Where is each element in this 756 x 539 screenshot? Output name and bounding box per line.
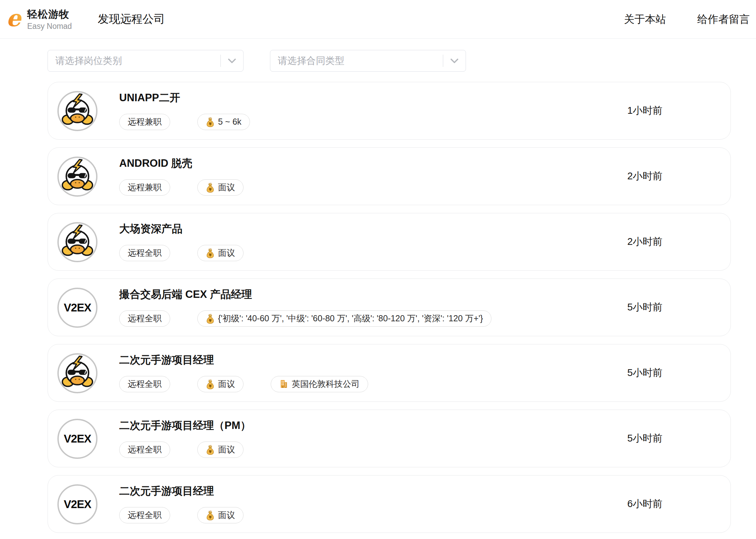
tag-salary: ¥ 面议 — [197, 179, 244, 196]
money-bag-icon: ¥ — [206, 313, 215, 324]
tag-contract: 远程全职 — [119, 310, 170, 327]
job-card[interactable]: ANDROID 脱壳 远程兼职 ¥ 面议 2小时前 — [48, 147, 731, 205]
nav-link-message-author[interactable]: 给作者留言 — [697, 12, 750, 26]
money-bag-icon: ¥ — [206, 248, 215, 258]
job-time: 2小时前 — [627, 235, 662, 249]
job-card[interactable]: UNIAPP二开 远程兼职 ¥ 5 ~ 6k 1小时前 — [48, 82, 731, 140]
header-nav: 关于本站 给作者留言 — [624, 12, 750, 26]
job-card-body: 二次元手游项目经理 远程全职 ¥ 面议 — [119, 475, 244, 533]
company-avatar — [57, 353, 97, 393]
duck-avatar — [58, 223, 96, 261]
job-card[interactable]: 大场资深产品 远程全职 ¥ 面议 2小时前 — [48, 213, 731, 271]
company-avatar: V2EX — [57, 419, 97, 459]
job-card[interactable]: V2EX 二次元手游项目经理 远程全职 ¥ 面议 6小时前 — [48, 475, 731, 533]
tag-label: 远程全职 — [128, 247, 162, 258]
tag-label: 面议 — [218, 444, 235, 455]
contract-type-placeholder: 请选择合同类型 — [278, 54, 443, 67]
job-category-select[interactable]: 请选择岗位类别 — [48, 50, 244, 72]
job-tags: 远程兼职 ¥ 面议 — [119, 179, 244, 196]
svg-text:¥: ¥ — [209, 515, 212, 519]
chevron-down-icon — [221, 58, 243, 64]
v2ex-avatar: V2EX — [64, 301, 91, 314]
brand-name-en: Easy Nomad — [27, 22, 72, 31]
tag-label: 远程兼职 — [128, 182, 162, 193]
tag-contract: 远程兼职 — [119, 114, 170, 130]
job-card[interactable]: V2EX 撮合交易后端 CEX 产品经理 远程全职 ¥ {'初级': '40-6… — [48, 279, 731, 336]
company-avatar: V2EX — [57, 288, 97, 328]
tag-contract: 远程兼职 — [119, 179, 170, 196]
money-bag-icon: ¥ — [206, 117, 215, 127]
tag-label: 英国伦敦科技公司 — [292, 378, 360, 390]
company-avatar — [57, 91, 97, 131]
job-tags: 远程全职 ¥ 面议 — [119, 245, 244, 261]
money-bag-icon: ¥ — [206, 510, 215, 520]
svg-text:e: e — [6, 8, 22, 31]
v2ex-avatar: V2EX — [64, 432, 91, 445]
job-tags: 远程全职 ¥ 面议 英国伦敦科技公司 — [119, 376, 368, 392]
tag-label: 面议 — [218, 509, 235, 521]
svg-text:¥: ¥ — [209, 449, 212, 454]
job-card[interactable]: 二次元手游项目经理 远程全职 ¥ 面议 英国伦敦科技公司 5小时前 — [48, 344, 731, 402]
job-title: 撮合交易后端 CEX 产品经理 — [119, 288, 491, 301]
svg-text:¥: ¥ — [209, 252, 212, 257]
svg-text:¥: ¥ — [209, 318, 212, 323]
tag-contract: 远程全职 — [119, 245, 170, 261]
job-card-body: 二次元手游项目经理（PM） 远程全职 ¥ 面议 — [119, 410, 251, 467]
job-time: 6小时前 — [627, 497, 662, 511]
v2ex-avatar: V2EX — [64, 498, 91, 511]
page-title: 发现远程公司 — [98, 12, 165, 27]
money-bag-icon: ¥ — [206, 182, 215, 193]
tag-contract: 远程全职 — [119, 376, 170, 392]
tag-salary: ¥ {'初级': '40-60 万', '中级': '60-80 万', '高级… — [197, 310, 491, 327]
job-card-body: 二次元手游项目经理 远程全职 ¥ 面议 英国伦敦科技公司 — [119, 344, 368, 401]
duck-avatar — [58, 158, 96, 196]
tag-label: 远程全职 — [128, 313, 162, 324]
job-title: ANDROID 脱壳 — [119, 157, 244, 169]
brand[interactable]: 轻松游牧 Easy Nomad — [27, 7, 72, 31]
job-title: 二次元手游项目经理（PM） — [119, 419, 251, 432]
job-card-body: 撮合交易后端 CEX 产品经理 远程全职 ¥ {'初级': '40-60 万',… — [119, 279, 491, 336]
chevron-down-icon — [443, 58, 466, 64]
job-time: 5小时前 — [627, 366, 662, 380]
job-tags: 远程全职 ¥ 面议 — [119, 442, 251, 458]
job-card[interactable]: V2EX 二次元手游项目经理（PM） 远程全职 ¥ 面议 5小时前 — [48, 410, 731, 467]
nav-link-about[interactable]: 关于本站 — [624, 12, 666, 26]
tag-label: {'初级': '40-60 万', '中级': '60-80 万', '高级':… — [218, 313, 483, 324]
tag-contract: 远程全职 — [119, 507, 170, 523]
company-avatar — [57, 157, 97, 197]
tag-company: 英国伦敦科技公司 — [271, 376, 368, 392]
brand-logo-icon[interactable]: e — [4, 7, 23, 31]
company-avatar: V2EX — [57, 484, 97, 524]
duck-avatar — [58, 92, 96, 130]
tag-salary: ¥ 面议 — [197, 376, 244, 392]
tag-label: 远程兼职 — [128, 116, 162, 127]
tag-contract: 远程全职 — [119, 442, 170, 458]
brand-name-cn: 轻松游牧 — [27, 7, 72, 21]
job-card-body: 大场资深产品 远程全职 ¥ 面议 — [119, 213, 244, 270]
job-tags: 远程兼职 ¥ 5 ~ 6k — [119, 114, 250, 130]
job-tags: 远程全职 ¥ {'初级': '40-60 万', '中级': '60-80 万'… — [119, 310, 491, 327]
job-title: UNIAPP二开 — [119, 91, 250, 104]
money-bag-icon: ¥ — [206, 379, 215, 389]
company-avatar — [57, 222, 97, 262]
tag-salary: ¥ 面议 — [197, 442, 244, 458]
job-time: 5小时前 — [627, 432, 662, 445]
job-card-body: ANDROID 脱壳 远程兼职 ¥ 面议 — [119, 148, 244, 205]
contract-type-select[interactable]: 请选择合同类型 — [270, 50, 466, 72]
duck-avatar — [58, 354, 96, 392]
tag-label: 远程全职 — [128, 444, 162, 455]
tag-salary: ¥ 面议 — [197, 245, 244, 261]
tag-label: 面议 — [218, 182, 235, 193]
job-time: 1小时前 — [627, 104, 662, 118]
job-title: 二次元手游项目经理 — [119, 354, 368, 366]
tag-salary: ¥ 面议 — [197, 507, 244, 523]
tag-label: 5 ~ 6k — [218, 117, 241, 127]
job-tags: 远程全职 ¥ 面议 — [119, 507, 244, 523]
job-time: 2小时前 — [627, 169, 662, 183]
money-bag-icon: ¥ — [206, 445, 215, 455]
job-category-placeholder: 请选择岗位类别 — [55, 54, 220, 67]
job-card-body: UNIAPP二开 远程兼职 ¥ 5 ~ 6k — [119, 82, 250, 139]
job-title: 大场资深产品 — [119, 222, 244, 235]
svg-text:¥: ¥ — [209, 187, 212, 192]
svg-text:¥: ¥ — [209, 121, 212, 126]
